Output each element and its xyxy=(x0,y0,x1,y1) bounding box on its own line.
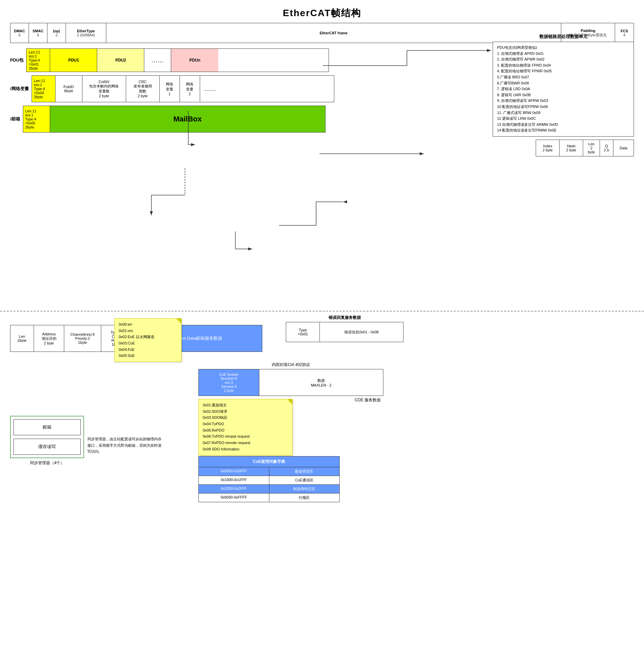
coe-desc-4: 行规区 xyxy=(269,494,340,502)
pdu-left-info: Len:11 res:1 Type:4 =0x01 2byte xyxy=(27,49,50,72)
right-panel: 数据链路层处理数据单元 PDU包含(结构类型相似) 1. 自增式物理读 APRD… xyxy=(493,33,634,137)
sync-label: 同步管理器（4个） xyxy=(10,460,84,466)
mbox-index: Index 2 byte xyxy=(536,140,559,156)
mbox-data: Data xyxy=(614,140,634,156)
pdu-container: Len:11 res:1 Type:4 =0x01 2byte PDU1 PDU… xyxy=(26,48,329,72)
mbox-hash: Hash 2 byte xyxy=(559,140,583,156)
mbox-q: Q 2 b xyxy=(600,140,614,156)
coe-row-3: 0x2000-0x2FFF 制造商特定区 xyxy=(199,485,339,494)
netvar-dots: …… xyxy=(200,76,220,102)
pdu1-cell: PDU1 xyxy=(50,49,97,72)
netvar-var2: 网络 变量 2 xyxy=(180,76,200,102)
lower-section: Len 2byte Address 地址目的 2 byte Channel(re… xyxy=(10,325,634,352)
sync-desc: 同步管理器，由主站配置读写从站的物理内存接口，采用握手方式即为邮箱，否则为实时读… xyxy=(88,436,165,455)
frame-cell-smac: SMAC 6 xyxy=(29,23,47,43)
sync-manager-section: 邮箱 缓存读写 同步管理器（4个） xyxy=(10,416,84,466)
netvar-pubid: PubID 6byte xyxy=(55,76,83,102)
coe-row: CoE header Number:9 res:3 Service:4 2 by… xyxy=(199,369,383,396)
error-response-section: 错误回复服务数据 Type =0x01 错误信息0x01 - 0x08 xyxy=(286,315,404,342)
pdu-dots: …… xyxy=(144,49,171,72)
sync-manager-green-box: 邮箱 缓存读写 xyxy=(10,416,84,458)
mb-len: Len 2byte xyxy=(10,325,34,351)
pdu2-cell: PDU2 xyxy=(97,49,144,72)
right-panel-box: PDU包含(结构类型相似) 1. 自增式物理读 APRD 0x01 2. 自增式… xyxy=(493,42,634,137)
right-panel-title: 数据链路层处理数据单元 xyxy=(493,33,634,40)
coe-desc-3: 制造商特定区 xyxy=(269,485,340,493)
frame-cell-ethertype: EtherType 2 (0x88A4) xyxy=(66,23,106,43)
mailbox-left-info: Len:11 res:1 Type:4 =0x05 2byte xyxy=(23,106,50,132)
coe-obj-body: 0x0000-0x0FFF 数据类型区 0x1000-0x1FFF CoE通信区… xyxy=(199,467,340,502)
mailbox-inner-box: 邮箱 xyxy=(14,419,81,435)
sticky-coe-services: 0x01:紧急报文 0x02:SDO请求 0x03:SDO响应 0x04:TxP… xyxy=(199,399,293,455)
frame-cell-op: (op) 2 xyxy=(47,23,66,43)
netvar-cntnv: CntNV 包含本帧内的网络 变量数 2 byte xyxy=(83,76,126,102)
coe-row-4: 0x6000-0xFFFF 行规区 xyxy=(199,494,339,502)
coe-desc-2: CoE通信区 xyxy=(269,476,340,484)
pdu-label: PDU包 xyxy=(10,57,24,63)
mbox-len: Len 2 byte xyxy=(583,140,600,156)
pdun-cell: PDUn xyxy=(171,49,218,72)
error-inner-row: Type =0x01 错误信息0x01 - 0x08 xyxy=(286,322,404,342)
coe-range-3: 0x2000-0x2FFF xyxy=(199,485,269,493)
buffer-inner-box: 缓存读写 xyxy=(14,439,81,455)
coe-header: CoE header Number:9 res:3 Service:4 2 by… xyxy=(199,369,259,395)
coe-data: 数据 MAXLEN - 2 xyxy=(259,369,383,395)
mailbox-container: Len:11 res:1 Type:4 =0x05 2byte MailBox xyxy=(23,106,325,133)
coe-range-1: 0x0000-0x0FFF xyxy=(199,467,269,476)
mb-channel: Channel(res):6 Priority:2 1byte xyxy=(64,325,101,351)
mailbox-right-panel: Index 2 byte Hash 2 byte Len 2 byte Q 2 … xyxy=(536,140,634,156)
coe-section: 内部封装CiA 402协议 CoE header Number:9 res:3 … xyxy=(199,362,383,403)
coe-range-2: 0x1000-0x1FFF xyxy=(199,476,269,484)
coe-obj-table: CoE使用对象字典 0x0000-0x0FFF 数据类型区 0x1000-0x1… xyxy=(199,456,340,502)
netvar-left-info: Len:11 res:1 Type:4 =0x04 2byte xyxy=(32,76,55,102)
netvar-var1: 网络 变量 1 xyxy=(160,76,180,102)
netvar-crc: CRC 发布者侧周 期数 2 byte xyxy=(126,76,160,102)
coe-range-4: 0x6000-0xFFFF xyxy=(199,494,269,502)
netvar-label: /网络变量 xyxy=(10,86,29,92)
coe-obj-title: CoE使用对象字典 xyxy=(199,456,340,467)
sticky-type-codes: 0x00:err 0x01:res 0x02:EoE 以太网隧道 0x03:Co… xyxy=(114,318,182,362)
coe-row-2: 0x1000-0x1FFF CoE通信区 xyxy=(199,476,339,485)
mailbox-label: /邮箱 xyxy=(10,116,20,122)
mailbox-main-text: MailBox xyxy=(50,106,325,132)
page-title: EtherCAT帧结构 xyxy=(0,7,644,20)
frame-cell-dmac: DMAC 6 xyxy=(10,23,29,43)
error-type: Type =0x01 xyxy=(286,322,320,342)
mb-address: Address 地址目的 2 byte xyxy=(34,325,64,351)
netvar-container: Len:11 res:1 Type:4 =0x04 2byte PubID 6b… xyxy=(31,75,334,102)
divider xyxy=(0,311,644,312)
coe-desc-1: 数据类型区 xyxy=(269,467,340,476)
error-info: 错误信息0x01 - 0x08 xyxy=(320,322,403,342)
coe-row-1: 0x0000-0x0FFF 数据类型区 xyxy=(199,467,339,476)
